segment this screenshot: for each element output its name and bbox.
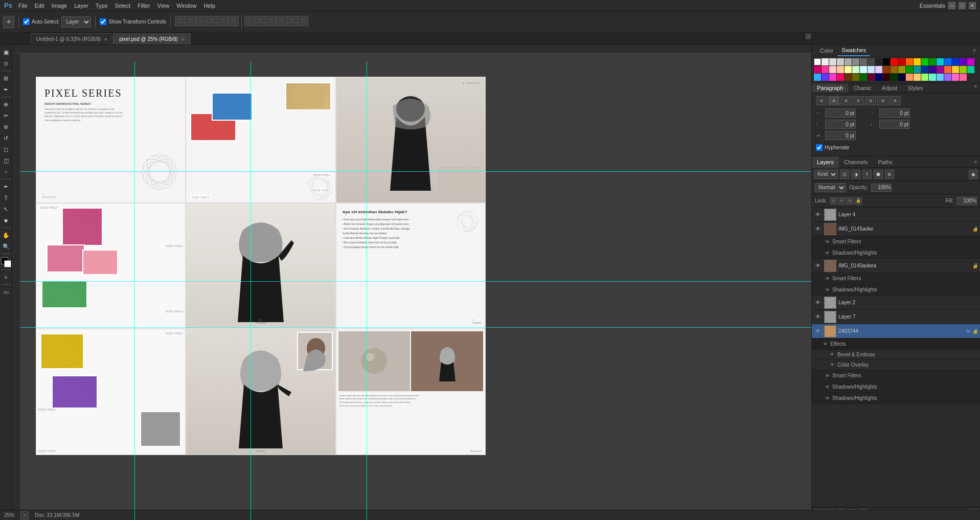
lock-artboard-btn[interactable]: ⊞ [847, 197, 854, 205]
channels-tab-btn[interactable]: Channels [839, 156, 873, 168]
swatch-purple2[interactable] [967, 58, 974, 65]
swatch-9[interactable] [883, 58, 890, 65]
swatch-lt-yellow[interactable] [845, 66, 852, 73]
shape-tool[interactable]: ■ [1, 215, 11, 225]
hyphenate-checkbox[interactable] [816, 144, 823, 151]
layers-tab-btn[interactable]: Layers [812, 156, 839, 168]
img0145-smart-filters[interactable]: 👁 Smart Filters [812, 236, 980, 247]
align-left-btn[interactable]: ≡ [816, 96, 827, 105]
layer-item-layer2[interactable]: 👁 Layer 2 [812, 296, 980, 310]
layer2-visibility[interactable]: 👁 [814, 299, 822, 307]
paragraph-tab[interactable]: Paragraph [812, 83, 848, 93]
tab-untitled[interactable]: Untitled-1 @ 8.33% (RGB/8) ✕ [31, 33, 113, 44]
swatch-sky[interactable] [814, 74, 821, 81]
swatch-pink2[interactable] [822, 66, 829, 73]
clone-stamp-tool[interactable]: ⊛ [1, 122, 11, 132]
adjustment-layer-filter[interactable]: ◑ [851, 170, 860, 179]
zoom-in-btn[interactable]: + [20, 511, 29, 519]
align-center-btn[interactable]: ≡ [828, 96, 839, 105]
swatch-e8[interactable] [960, 74, 967, 81]
lock-all-btn[interactable]: 🔒 [855, 197, 862, 205]
swatch-darkgreen[interactable] [891, 74, 898, 81]
swatch-pink1[interactable] [814, 66, 821, 73]
align-bottom-btn[interactable]: ⬛ [229, 16, 239, 26]
smartfilters3-eye[interactable]: 👁 [824, 373, 830, 379]
tab-untitled-close[interactable]: ✕ [104, 37, 108, 42]
zoom-tool[interactable]: 🔍 [1, 241, 11, 252]
space-after-input[interactable] [879, 120, 910, 129]
swatch-e1[interactable] [906, 74, 913, 81]
tab-pixel-close[interactable]: ✕ [181, 37, 185, 42]
swatch-e2[interactable] [914, 74, 921, 81]
swatch-3[interactable] [837, 58, 844, 65]
color-tab[interactable]: Color [816, 45, 837, 56]
align-center-v-btn[interactable]: ⬛ [218, 16, 228, 26]
swatch-orange[interactable] [906, 58, 913, 65]
layer7-visibility[interactable]: 👁 [814, 313, 822, 321]
layer-item-img0140[interactable]: 👁 IMG_0140aokea 🔒 [812, 259, 980, 273]
swatch-e7[interactable] [952, 74, 959, 81]
swatch-indigo[interactable] [822, 74, 829, 81]
swatch-e3[interactable] [921, 74, 928, 81]
menu-edit[interactable]: Edit [35, 3, 44, 9]
swatch-dk-green[interactable] [906, 66, 913, 73]
shadows2-eye[interactable]: 👁 [824, 287, 830, 293]
eraser-tool[interactable]: ◻ [1, 144, 11, 154]
l2403744-smart-filters[interactable]: 👁 Smart Filters [812, 370, 980, 381]
swatch-lime[interactable] [960, 66, 967, 73]
smart-filter-filter[interactable]: ⊛ [885, 170, 894, 179]
panel-options-btn[interactable]: ≡ [973, 48, 976, 53]
swatches-tab[interactable]: Swatches [837, 45, 870, 56]
swatch-red1[interactable] [891, 58, 898, 65]
swatch-gold[interactable] [952, 66, 959, 73]
adjust-tab[interactable]: Adjust [877, 83, 903, 93]
minimize-button[interactable]: ─ [948, 2, 955, 9]
distribute-center-h-btn[interactable]: ⬛ [255, 16, 265, 26]
swatch-e6[interactable] [944, 74, 951, 81]
show-transform-checkbox[interactable]: Show Transform Controls [100, 18, 166, 25]
brush-tool[interactable]: ✏ [1, 110, 11, 121]
img0140-smart-filters[interactable]: 👁 Smart Filters [812, 273, 980, 284]
smartfilters2-eye[interactable]: 👁 [824, 276, 830, 282]
indent-left-input[interactable] [825, 108, 856, 118]
background-color[interactable] [4, 260, 11, 267]
swatch-2[interactable] [829, 58, 836, 65]
shadows3-eye[interactable]: 👁 [824, 384, 830, 390]
layer4-visibility[interactable]: 👁 [814, 211, 822, 219]
distribute-top-btn[interactable]: ⬛ [277, 16, 287, 26]
menu-file[interactable]: File [18, 3, 28, 9]
swatch-dk-red[interactable] [883, 66, 890, 73]
swatch-olive[interactable] [852, 74, 859, 81]
selection-tool[interactable]: ▣ [1, 47, 11, 57]
distribute-bottom-btn[interactable]: ⬛ [298, 16, 308, 26]
swatch-dk-orange[interactable] [891, 66, 898, 73]
swatch-8[interactable] [875, 58, 882, 65]
swatch-dk-pink[interactable] [937, 66, 944, 73]
swatch-darknavy[interactable] [898, 74, 905, 81]
swatch-5[interactable] [852, 58, 859, 65]
swatch-1[interactable] [822, 58, 829, 65]
swatch-lt-orange[interactable] [837, 66, 844, 73]
menu-filter[interactable]: Filter [138, 3, 150, 9]
layers-filter-toggle[interactable]: ◉ [969, 170, 978, 179]
swatch-4[interactable] [845, 58, 852, 65]
path-selection-tool[interactable]: ↖ [1, 204, 11, 214]
layers-kind-select[interactable]: Kind [814, 170, 838, 179]
distribute-left-btn[interactable]: ⬛ [244, 16, 255, 26]
dodge-tool[interactable]: ○ [1, 167, 11, 177]
menu-select[interactable]: Select [115, 3, 131, 9]
restore-button[interactable]: □ [959, 2, 966, 9]
close-button[interactable]: ✕ [969, 2, 976, 9]
eyedropper-tool[interactable]: ✒ [1, 84, 11, 95]
color-overlay-eye[interactable]: 👁 [830, 363, 835, 368]
history-brush-tool[interactable]: ↺ [1, 133, 11, 143]
auto-select-dropdown[interactable]: Layer Group [61, 16, 91, 28]
menu-type[interactable]: Type [96, 3, 108, 9]
hand-tool[interactable]: ✋ [1, 230, 11, 240]
align-center-h-btn[interactable]: ⬛ [186, 16, 196, 26]
character-tab[interactable]: Charac [848, 83, 876, 93]
effects-eye[interactable]: 👁 [822, 341, 828, 347]
swatch-lt-pink[interactable] [829, 66, 836, 73]
swatch-lt-cyan[interactable] [860, 66, 867, 73]
swatch-0[interactable] [814, 58, 821, 65]
